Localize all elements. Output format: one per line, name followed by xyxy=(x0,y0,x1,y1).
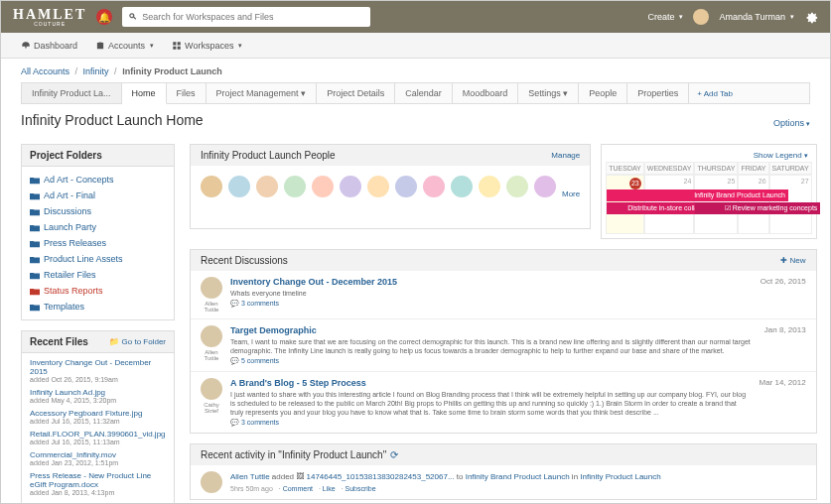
nav-bar: Dashboard Accounts Workspaces xyxy=(1,33,830,59)
discussion-avatar xyxy=(201,378,222,400)
activity-file-link[interactable]: 14746445_10153813830282453_52067... xyxy=(307,472,455,481)
tab-calendar[interactable]: Calendar xyxy=(395,83,453,103)
discussion-comments[interactable]: 💬 3 comments xyxy=(230,419,751,427)
person-avatar[interactable] xyxy=(256,176,278,197)
tab-home[interactable]: Home xyxy=(122,83,167,104)
person-avatar[interactable] xyxy=(228,176,250,197)
nav-accounts[interactable]: Accounts xyxy=(95,41,154,51)
folder-item[interactable]: Product Line Assets xyxy=(30,251,166,267)
discussion-avatar xyxy=(201,277,222,299)
calendar-event[interactable]: Infinity Brand Product Launch xyxy=(607,189,788,201)
tab-people[interactable]: People xyxy=(579,83,627,103)
person-avatar[interactable] xyxy=(312,176,334,197)
file-link[interactable]: Inventory Change Out - December 2015 xyxy=(30,358,166,376)
show-legend-link[interactable]: Show Legend xyxy=(754,151,808,160)
people-head: Infinity Product Launch People xyxy=(201,150,336,161)
nav-dashboard[interactable]: Dashboard xyxy=(21,41,77,51)
discussion-item: Allen TuttleInventory Change Out - Decem… xyxy=(191,271,816,318)
file-link[interactable]: Infinity Launch Ad.jpg xyxy=(30,388,166,397)
discussion-title[interactable]: Target Demographic xyxy=(230,325,757,335)
breadcrumb-all[interactable]: All Accounts xyxy=(21,66,69,76)
tab-bar: Infinity Product La... HomeFilesProject … xyxy=(21,82,810,104)
discussion-author: Allen Tuttle xyxy=(201,349,222,361)
grid-icon xyxy=(172,41,182,51)
refresh-icon[interactable]: ⟳ xyxy=(390,449,398,460)
person-avatar[interactable] xyxy=(479,176,500,197)
discussion-comments[interactable]: 💬 5 comments xyxy=(230,357,757,365)
file-meta: added Jul 16, 2015, 11:13am xyxy=(30,439,166,445)
person-avatar[interactable] xyxy=(395,176,417,197)
folder-item[interactable]: Launch Party xyxy=(30,219,166,235)
new-discussion-link[interactable]: New xyxy=(780,256,805,265)
person-avatar[interactable] xyxy=(201,176,222,197)
folder-item[interactable]: Status Reports xyxy=(30,283,166,299)
calendar-day-cell[interactable]: 25☑ Review marketing concepts xyxy=(694,175,738,234)
person-avatar[interactable] xyxy=(451,176,473,197)
tab-moodboard[interactable]: Moodboard xyxy=(453,83,519,103)
discussions-panel: Recent Discussions New Allen TuttleInven… xyxy=(190,249,817,434)
folder-icon xyxy=(30,272,40,280)
folder-icon xyxy=(30,192,40,200)
nav-workspaces[interactable]: Workspaces xyxy=(172,41,242,51)
calendar-day-header: TUESDAY xyxy=(606,162,644,175)
folder-item[interactable]: Ad Art - Concepts xyxy=(30,172,166,188)
create-menu[interactable]: Create xyxy=(647,12,683,22)
tab-project-details[interactable]: Project Details xyxy=(317,83,395,103)
tab-project-management[interactable]: Project Management ▾ xyxy=(207,83,318,103)
notification-bell-icon[interactable] xyxy=(96,9,112,25)
folder-item[interactable]: Retailer Files xyxy=(30,267,166,283)
folder-item[interactable]: Discussions xyxy=(30,203,166,219)
activity-loc2-link[interactable]: Infinity Product Launch xyxy=(580,472,660,481)
recent-files-head: Recent Files 📁 Go to Folder xyxy=(21,330,175,353)
gear-icon[interactable] xyxy=(804,10,818,24)
comment-link[interactable]: Comment xyxy=(283,485,313,492)
folder-item[interactable]: Ad Art - Final xyxy=(30,188,166,203)
person-avatar[interactable] xyxy=(534,176,556,197)
person-avatar[interactable] xyxy=(367,176,389,197)
activity-user-link[interactable]: Allen Tuttle xyxy=(230,472,270,481)
options-menu[interactable]: Options xyxy=(773,118,810,128)
calendar-day-cell[interactable]: 23Infinity Brand Product LaunchDistribut… xyxy=(606,175,644,234)
file-link[interactable]: Accessory Pegboard Fixture.jpg xyxy=(30,409,166,418)
person-avatar[interactable] xyxy=(284,176,306,197)
people-panel: Infinity Product Launch People Manage Mo… xyxy=(190,144,591,229)
discussion-date: Mar 14, 2012 xyxy=(759,378,805,427)
search-input[interactable] xyxy=(142,12,364,22)
user-avatar[interactable] xyxy=(693,9,709,25)
folder-icon xyxy=(30,288,40,296)
tab-properties[interactable]: Properties xyxy=(627,83,689,103)
manage-people-link[interactable]: Manage xyxy=(551,151,580,160)
add-tab-link[interactable]: + Add Tab xyxy=(689,84,741,103)
file-link[interactable]: Commercial_Infinity.mov xyxy=(30,450,166,459)
breadcrumb-account[interactable]: Infinity xyxy=(83,66,109,76)
breadcrumb: All Accounts / Infinity / Infinity Produ… xyxy=(21,66,810,76)
user-menu[interactable]: Amanda Turman xyxy=(719,12,794,22)
discussions-head: Recent Discussions xyxy=(201,255,288,266)
like-link[interactable]: Like xyxy=(323,485,336,492)
file-link[interactable]: Press Release - New Product Line eGift P… xyxy=(30,471,166,489)
discussion-comments[interactable]: 💬 3 comments xyxy=(230,300,753,308)
more-people-link[interactable]: More xyxy=(562,189,580,198)
search-box[interactable] xyxy=(122,7,370,27)
discussion-author: Allen Tuttle xyxy=(201,301,222,313)
tab-files[interactable]: Files xyxy=(167,83,207,103)
activity-text: Allen Tuttle added 🖼 14746445_1015381383… xyxy=(230,471,661,482)
person-avatar[interactable] xyxy=(340,176,361,197)
folder-item[interactable]: Press Releases xyxy=(30,235,166,251)
file-meta: added May 4, 2015, 3:20pm xyxy=(30,397,166,404)
folder-item[interactable]: Templates xyxy=(30,299,166,315)
file-meta: added Jan 23, 2012, 1:51pm xyxy=(30,459,166,466)
activity-loc1-link[interactable]: Infinity Brand Product Launch xyxy=(466,472,570,481)
person-avatar[interactable] xyxy=(423,176,445,197)
tab-settings[interactable]: Settings ▾ xyxy=(518,83,579,103)
discussion-title[interactable]: A Brand's Blog - 5 Step Process xyxy=(230,378,751,388)
subscribe-link[interactable]: Subscribe xyxy=(346,485,376,492)
calendar-day-header: WEDNESDAY xyxy=(644,162,695,175)
person-avatar[interactable] xyxy=(506,176,528,197)
goto-folder-link[interactable]: 📁 Go to Folder xyxy=(109,337,166,346)
tab-context: Infinity Product La... xyxy=(22,83,122,103)
activity-head: Recent activity in "Infinity Product Lau… xyxy=(201,449,398,460)
discussion-title[interactable]: Inventory Change Out - December 2015 xyxy=(230,277,753,287)
calendar-event[interactable]: ☑ Review marketing concepts xyxy=(695,202,820,214)
file-link[interactable]: Retail.FLOOR_PLAN.3990601_vid.jpg xyxy=(30,430,166,439)
